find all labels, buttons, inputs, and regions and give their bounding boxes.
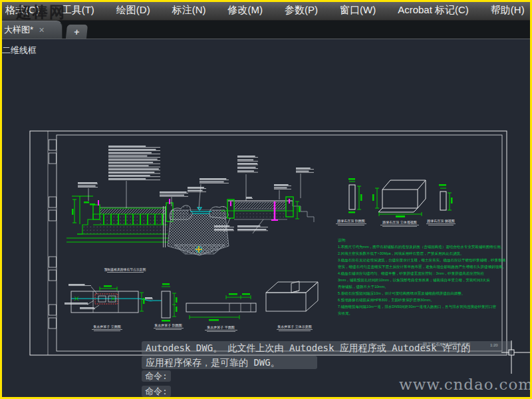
- svg-text:1.本图尺寸均为mm，图中石材铺贴石的造型及斜面（含锚固构造: 1.本图尺寸均为mm，图中石材铺贴石的造型及斜面（含锚固构造）需结合给水专业安装…: [338, 245, 504, 249]
- trench-drain-detail: [168, 205, 229, 255]
- menu-bar: 格式(O) 工具(T) 绘图(D) 标注(N) 修改(M) 参数(P) 窗口(W…: [0, 0, 532, 21]
- tab-label: 大样图*: [4, 24, 33, 36]
- svg-text:实收尾。: 实收尾。: [338, 311, 352, 315]
- leader-lines: [87, 174, 301, 309]
- menu-window[interactable]: 窗口(W): [340, 4, 376, 17]
- dimension-micro-text: [72, 178, 453, 322]
- svg-text:说明:: 说明:: [338, 238, 346, 243]
- water-level-symbol: [190, 207, 211, 213]
- tab-drawing[interactable]: 大样图* ✕: [0, 21, 63, 39]
- plus-icon: +: [74, 27, 80, 37]
- grate-details: 预制盖板及路缘石节点示意图 集水井箅子 立面图 集水井箅子 剖面图: [71, 267, 318, 332]
- boulder-left: [170, 205, 192, 219]
- svg-text:3.稳放石应在见证处理后浇筑，台缝应按设计支模，砌土应夯实。: 3.稳放石应在见证处理后浇筑，台缝应按设计支模，砌土应夯实。稳放石应以干硬性砂浆…: [338, 258, 506, 263]
- svg-text:5.基础石应预留间隔深10m，设计可按结构图纸设置及铺砌曲线: 5.基础石应预留间隔深10m，设计可按结构图纸设置及铺砌曲线拼缝自由调整。: [338, 291, 465, 296]
- menu-tools[interactable]: 工具(T): [62, 4, 94, 17]
- road-section-detail: [221, 197, 314, 222]
- drain-pipe: [271, 201, 278, 220]
- tab-close-icon[interactable]: ✕: [39, 26, 45, 35]
- svg-text:4.稳放石铺设应勾缝均匀、砌缝平整，砂浆拼缝宽度应控制：3m: 4.稳放石铺设应勾缝均匀、砌缝平整，砂浆拼缝宽度应控制：3mm，砂浆拼缝高差应控…: [338, 271, 485, 276]
- menu-help[interactable]: 帮助(H): [491, 4, 525, 17]
- curb-stone-figures: 路缘石压顶 剖面图 路缘石压顶 立体透视图 路缘石压顶 侧视图: [336, 180, 456, 227]
- dwg-trust-notice-line1: Autodesk DWG。 此文件上次由 Autodesk 应用程序或 Auto…: [142, 341, 512, 355]
- deck-section-detail: [66, 196, 173, 247]
- svg-text:3mm，铺装预留孔径间距10mm，以免顶部弯曲变形效果；铺装: 3mm，铺装预留孔径间距10mm，以免顶部弯曲变形效果；铺装须自平竖立砌，安装时…: [338, 278, 490, 283]
- cad-app-window: { "menu": { "items": ["格式(O)", "工具(T)", …: [0, 0, 532, 399]
- menu-modify[interactable]: 修改(M): [227, 4, 263, 17]
- command-prompt-input[interactable]: 命令:: [142, 386, 171, 397]
- drawing-frame: [30, 131, 507, 355]
- svg-text:集水井箅子 立面图: 集水井箅子 立面图: [93, 325, 120, 329]
- svg-text:集水井箅子 立体示意图: 集水井箅子 立体示意图: [277, 325, 311, 329]
- capture-highlight-border: [0, 0, 532, 399]
- command-prompt-history: 命令:: [142, 370, 171, 382]
- viewport-visual-style-control[interactable]: 二维线框: [2, 45, 37, 57]
- svg-text:7.铺面砌筑每间隔10m一道，排水DN50间距30m一道埋入: 7.铺面砌筑每间隔10m一道，排水DN50间距30m一道埋入路面口，且与排水管沟…: [338, 305, 497, 309]
- menu-acrobat-markup[interactable]: Acrobat 标记(C): [398, 4, 469, 17]
- figure-label: 路缘石压顶 侧视图: [427, 219, 454, 223]
- site-watermark: www.cndao.com: [399, 376, 527, 393]
- svg-text:密实，砌缝石均匀是盖砌实下层土后应计算平面布置，避免出现会影: 密实，砌缝石均匀是盖砌实下层土后应计算平面布置，避免出现会影响路面产生堆砌石头拼…: [338, 265, 506, 269]
- boulder-right: [209, 206, 228, 218]
- menu-parametric[interactable]: 参数(P): [285, 4, 318, 17]
- svg-text:再做铺贴，缝隙不大于10mm。: 再做铺贴，缝隙不大于10mm。: [338, 285, 388, 289]
- svg-text:预制盖板及路缘石节点示意图: 预制盖板及路缘石节点示意图: [104, 267, 146, 272]
- figure-label: 路缘石压顶 立体透视图: [382, 220, 416, 225]
- menu-format[interactable]: 格式(O): [5, 4, 40, 17]
- svg-text:集水井箅子 平面图: 集水井箅子 平面图: [207, 325, 234, 330]
- grate-opening-dashed: [95, 294, 118, 304]
- figure-label: 路缘石压顶 剖面图: [337, 219, 364, 223]
- new-tab-button[interactable]: +: [66, 25, 88, 39]
- annotation-micro-text: [65, 146, 314, 309]
- dwg-trust-notice-line2: 应用程序保存，是可靠的 DWG。: [142, 356, 317, 369]
- cad-drawing-canvas: 路缘石压顶 剖面图 路缘石压顶 立体透视图 路缘石压顶 侧视图 说明: 1.本图…: [0, 0, 532, 399]
- menu-draw[interactable]: 绘图(D): [116, 4, 150, 17]
- center-marker-icon: [196, 246, 202, 253]
- file-tab-bar: 大样图* ✕ +: [0, 21, 532, 39]
- water-line: [71, 299, 162, 301]
- svg-text:2.回填土密实系数不低于>30Mpa，回填采用碎石垫层，严禁: 2.回填土密实系数不低于>30Mpa，回填采用碎石垫层，严禁采用风化石浇筑。: [338, 251, 464, 256]
- crosshair-cursor: [0, 0, 532, 399]
- svg-text:集水井箅子 剖面图: 集水井箅子 剖面图: [154, 323, 182, 328]
- svg-text:6.预埋路缘石锚筋采用HPB300，主筋砂浆保护层厚30mm: 6.预埋路缘石锚筋采用HPB300，主筋砂浆保护层厚30mm。: [338, 298, 434, 303]
- notes-block: 说明: 1.本图尺寸均为mm，图中石材铺贴石的造型及斜面（含锚固构造）需结合给水…: [338, 238, 506, 315]
- menu-dimension[interactable]: 标注(N): [172, 4, 206, 17]
